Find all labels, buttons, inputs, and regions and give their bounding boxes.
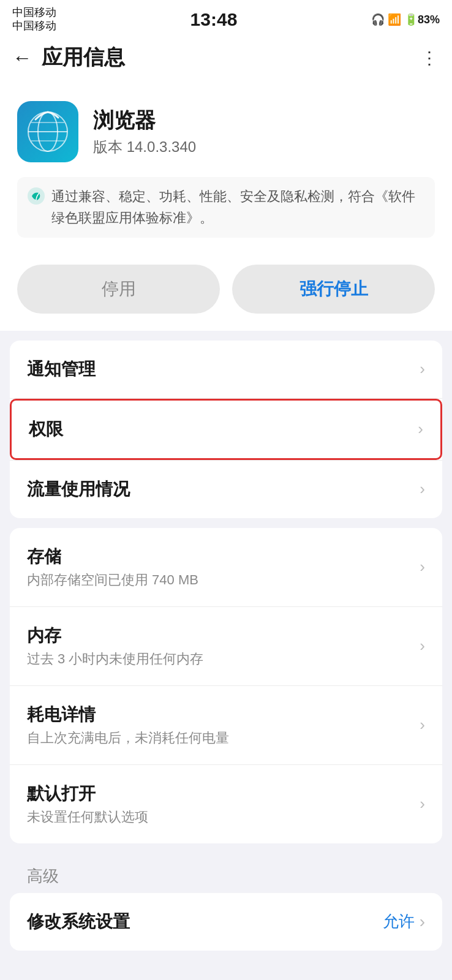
memory-subtitle: 过去 3 小时内未使用任何内存	[27, 650, 203, 668]
page-header: ← 应用信息 ⋮	[0, 36, 452, 84]
chevron-right-icon: ›	[420, 912, 425, 932]
permissions-wrapper: 权限 ›	[10, 399, 442, 460]
storage-title: 存储	[27, 545, 198, 568]
chevron-right-icon: ›	[420, 715, 425, 734]
app-identity-row: 浏览器 版本 14.0.3.340	[17, 101, 435, 162]
modify-system-title: 修改系统设置	[27, 910, 130, 933]
advanced-section-label: 高级	[0, 853, 452, 893]
permissions-item[interactable]: 权限 ›	[10, 399, 442, 460]
status-bar: 中国移动 中国移动 13:48 🎧 📶 🔋83%	[0, 0, 452, 36]
green-alliance-icon	[27, 187, 45, 205]
back-button[interactable]: ←	[12, 48, 32, 67]
modify-system-value: 允许	[383, 911, 415, 932]
green-alliance-notice: 通过兼容、稳定、功耗、性能、安全及隐私检测，符合《软件绿色联盟应用体验标准》。	[17, 177, 435, 237]
more-options-button[interactable]: ⋮	[421, 48, 440, 68]
chevron-right-icon: ›	[418, 420, 423, 439]
permissions-title: 权限	[29, 418, 63, 441]
app-version: 版本 14.0.3.340	[93, 137, 196, 157]
notification-title: 通知管理	[27, 358, 96, 381]
action-buttons-row: 停用 强行停止	[0, 252, 452, 331]
status-time: 13:48	[190, 9, 238, 30]
modify-system-card: 修改系统设置 允许 ›	[10, 893, 442, 951]
battery-icon: 🔋83%	[404, 13, 440, 26]
battery-subtitle: 自上次充满电后，未消耗任何电量	[27, 729, 229, 747]
storage-subtitle: 内部存储空间已使用 740 MB	[27, 571, 198, 589]
disable-button[interactable]: 停用	[17, 265, 220, 314]
page-title: 应用信息	[42, 43, 125, 72]
storage-item[interactable]: 存储 内部存储空间已使用 740 MB ›	[10, 528, 442, 607]
traffic-title: 流量使用情况	[27, 478, 130, 501]
chevron-right-icon: ›	[420, 557, 425, 576]
status-icons: 🎧 📶 🔋83%	[371, 13, 440, 26]
battery-title: 耗电详情	[27, 703, 229, 726]
app-name: 浏览器	[93, 107, 196, 135]
memory-title: 内存	[27, 624, 203, 647]
main-menu-card: 通知管理 › 权限 › 流量使用情况 ›	[10, 341, 442, 518]
chevron-right-icon: ›	[420, 794, 425, 813]
signal-icon: 📶	[388, 13, 401, 26]
green-notice-text: 通过兼容、稳定、功耗、性能、安全及隐私检测，符合《软件绿色联盟应用体验标准》。	[51, 186, 425, 228]
memory-item[interactable]: 内存 过去 3 小时内未使用任何内存 ›	[10, 607, 442, 686]
modify-system-value-row: 允许 ›	[383, 911, 425, 932]
battery-detail-item[interactable]: 耗电详情 自上次充满电后，未消耗任何电量 ›	[10, 686, 442, 765]
default-open-subtitle: 未设置任何默认选项	[27, 808, 148, 826]
storage-card: 存储 内部存储空间已使用 740 MB › 内存 过去 3 小时内未使用任何内存…	[10, 528, 442, 843]
chevron-right-icon: ›	[420, 636, 425, 655]
notification-management-item[interactable]: 通知管理 ›	[10, 341, 442, 399]
force-stop-button[interactable]: 强行停止	[232, 265, 435, 314]
headphone-icon: 🎧	[371, 13, 385, 26]
traffic-usage-item[interactable]: 流量使用情况 ›	[10, 460, 442, 518]
modify-system-settings-item[interactable]: 修改系统设置 允许 ›	[10, 893, 442, 951]
app-info-section: 浏览器 版本 14.0.3.340 通过兼容、稳定、功耗、性能、安全及隐私检测，…	[0, 84, 452, 252]
app-name-version: 浏览器 版本 14.0.3.340	[93, 107, 196, 157]
chevron-right-icon: ›	[420, 360, 425, 379]
status-carrier: 中国移动 中国移动	[12, 6, 56, 32]
default-open-title: 默认打开	[27, 782, 148, 805]
default-open-item[interactable]: 默认打开 未设置任何默认选项 ›	[10, 765, 442, 843]
app-icon	[17, 101, 78, 162]
chevron-right-icon: ›	[420, 480, 425, 499]
